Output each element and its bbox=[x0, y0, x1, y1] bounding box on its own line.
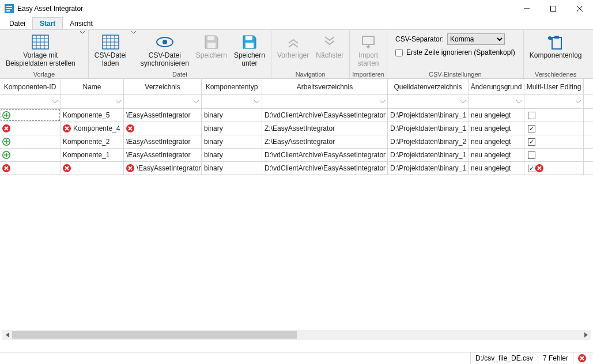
multiuser-checkbox[interactable] bbox=[528, 125, 535, 132]
vorlage-erstellen-button[interactable]: Vorlage mit Beispieldaten erstellen bbox=[2, 31, 79, 69]
ribbon-group-csv-label: CSV-Einstellungen bbox=[390, 70, 521, 78]
cell-quelldaten[interactable]: D:\Projektdaten\binary_1 bbox=[388, 162, 469, 175]
ribbon-group-importieren: Import starten Importieren bbox=[350, 30, 387, 78]
cell-name[interactable]: Komponente_4 bbox=[61, 122, 124, 135]
cell-arbeitsverzeichnis[interactable]: Z:\EasyAssetIntegrator bbox=[262, 135, 388, 148]
col-komponententyp[interactable]: Komponententyp bbox=[202, 79, 262, 94]
cell-arbeitsverzeichnis[interactable]: D:\vdClientArchive\EasyAssetIntegrator bbox=[262, 149, 388, 161]
filter-komponenten-id[interactable] bbox=[0, 95, 61, 108]
naechster-button[interactable]: Nächster bbox=[312, 31, 347, 61]
col-aenderungsgrund[interactable]: Änderungsgrund bbox=[469, 79, 524, 94]
csv-first-line-checkbox[interactable] bbox=[395, 49, 403, 56]
cell-aenderungsgrund[interactable]: neu angelegt bbox=[469, 122, 524, 135]
table-row[interactable]: \EasyAssetIntegratorbinaryD:\vdClientArc… bbox=[0, 162, 593, 175]
cell-komponententyp[interactable]: binary bbox=[202, 149, 262, 161]
cell-aenderungsgrund[interactable]: neu angelegt bbox=[469, 109, 524, 122]
import-starten-button[interactable]: Import starten bbox=[354, 31, 383, 69]
cell-komponenten-id[interactable] bbox=[0, 149, 61, 161]
filter-quelldaten[interactable] bbox=[388, 95, 469, 108]
csv-laden-dropdown[interactable] bbox=[130, 31, 137, 34]
cell-multiuser[interactable] bbox=[524, 109, 584, 122]
save-icon bbox=[204, 35, 219, 50]
cell-name[interactable]: Komponente_2 bbox=[61, 135, 124, 148]
cell-name[interactable]: Komponente_1 bbox=[61, 149, 124, 161]
cell-arbeitsverzeichnis[interactable]: D:\vdClientArchive\EasyAssetIntegrator bbox=[262, 109, 388, 122]
col-arbeitsverzeichnis[interactable]: Arbeitsverzeichnis bbox=[262, 79, 388, 94]
col-quelldaten[interactable]: Quelldatenverzeichnis bbox=[388, 79, 469, 94]
close-button[interactable] bbox=[566, 0, 593, 17]
scroll-right-button[interactable] bbox=[581, 330, 591, 340]
table-row[interactable]: Komponente_4binaryZ:\EasyAssetIntegrator… bbox=[0, 122, 593, 135]
speichern-unter-button[interactable]: Speichern unter bbox=[231, 31, 269, 69]
filter-name[interactable] bbox=[61, 95, 124, 108]
cell-arb-text: D:\vdClientArchive\EasyAssetIntegrator bbox=[265, 151, 386, 159]
cell-quelldaten[interactable]: D:\Projektdaten\binary_1 bbox=[388, 109, 469, 122]
col-name[interactable]: Name bbox=[61, 79, 124, 94]
cell-verzeichnis[interactable]: \EasyAssetIntegrator bbox=[124, 149, 202, 161]
vorheriger-button[interactable]: Vorheriger bbox=[274, 31, 312, 61]
cell-aenderungsgrund[interactable]: neu angelegt bbox=[469, 162, 524, 175]
cell-multiuser[interactable] bbox=[524, 162, 584, 175]
multiuser-checkbox[interactable] bbox=[528, 138, 535, 146]
csv-separator-select[interactable]: Komma bbox=[447, 33, 505, 45]
col-komponenten-id[interactable]: Komponenten-ID bbox=[0, 79, 61, 94]
cell-quelldaten[interactable]: D:\Projektdaten\binary_1 bbox=[388, 122, 469, 135]
cell-quell-text: D:\Projektdaten\binary_2 bbox=[390, 138, 466, 146]
error-icon bbox=[2, 164, 10, 172]
col-verzeichnis[interactable]: Verzeichnis bbox=[124, 79, 202, 94]
filter-multiuser[interactable] bbox=[524, 95, 584, 108]
cell-komponenten-id[interactable] bbox=[0, 109, 61, 122]
cell-komponententyp[interactable]: binary bbox=[202, 135, 262, 148]
minimize-button[interactable] bbox=[513, 0, 540, 17]
cell-komponententyp[interactable]: binary bbox=[202, 109, 262, 122]
cell-arbeitsverzeichnis[interactable]: Z:\EasyAssetIntegrator bbox=[262, 122, 388, 135]
chevron-down-icon bbox=[52, 100, 58, 104]
maximize-button[interactable] bbox=[540, 0, 566, 17]
col-multiuser[interactable]: Multi-User Editing bbox=[524, 79, 584, 94]
cell-verzeichnis[interactable]: \EasyAssetIntegrator bbox=[124, 162, 202, 175]
multiuser-checkbox[interactable] bbox=[528, 165, 535, 172]
filter-aenderungsgrund[interactable] bbox=[469, 95, 524, 108]
table-row[interactable]: Komponente_2\EasyAssetIntegratorbinaryZ:… bbox=[0, 135, 593, 149]
csv-laden-button[interactable]: CSV-Datei laden bbox=[91, 31, 130, 69]
filter-komponententyp[interactable] bbox=[202, 95, 262, 108]
cell-verzeichnis[interactable] bbox=[124, 122, 202, 135]
menu-start[interactable]: Start bbox=[32, 17, 63, 29]
scroll-track[interactable] bbox=[12, 330, 581, 340]
vorlage-dropdown[interactable] bbox=[79, 31, 86, 34]
cell-aenderungsgrund[interactable]: neu angelegt bbox=[469, 149, 524, 161]
cell-komponententyp[interactable]: binary bbox=[202, 122, 262, 135]
cell-arbeitsverzeichnis[interactable]: D:\vdClientArchive\EasyAssetIntegrator bbox=[262, 162, 388, 175]
cell-name[interactable]: Komponente_5 bbox=[61, 109, 124, 122]
cell-aenderungsgrund[interactable]: neu angelegt bbox=[469, 135, 524, 148]
cell-komponenten-id[interactable] bbox=[0, 135, 61, 148]
cell-quelldaten[interactable]: D:\Projektdaten\binary_1 bbox=[388, 149, 469, 161]
scroll-left-button[interactable] bbox=[2, 330, 12, 340]
filter-verzeichnis[interactable] bbox=[124, 95, 202, 108]
cell-name[interactable] bbox=[61, 162, 124, 175]
cell-quelldaten[interactable]: D:\Projektdaten\binary_2 bbox=[388, 135, 469, 148]
cell-komponenten-id[interactable] bbox=[0, 162, 61, 175]
cell-multiuser[interactable] bbox=[524, 149, 584, 161]
table-row[interactable]: Komponente_1\EasyAssetIntegratorbinaryD:… bbox=[0, 149, 593, 162]
cell-grund-text: neu angelegt bbox=[471, 151, 511, 159]
komponentenlog-button[interactable]: Komponentenlog bbox=[526, 31, 586, 61]
speichern-button[interactable]: Speichern bbox=[192, 31, 231, 61]
table-row[interactable]: Komponente_5\EasyAssetIntegratorbinaryD:… bbox=[0, 109, 593, 122]
multiuser-checkbox[interactable] bbox=[528, 112, 535, 119]
horizontal-scrollbar[interactable] bbox=[2, 330, 591, 340]
multiuser-checkbox[interactable] bbox=[528, 151, 535, 159]
cell-komponententyp[interactable]: binary bbox=[202, 162, 262, 175]
grid-icon bbox=[102, 35, 119, 50]
menu-ansicht[interactable]: Ansicht bbox=[63, 17, 99, 29]
cell-multiuser[interactable] bbox=[524, 135, 584, 148]
cell-verzeichnis[interactable]: \EasyAssetIntegrator bbox=[124, 109, 202, 122]
cell-komponenten-id[interactable] bbox=[0, 122, 61, 135]
cell-verzeichnis[interactable]: \EasyAssetIntegrator bbox=[124, 135, 202, 148]
ribbon-group-datei: CSV-Datei laden CSV-Datei synchronisiere… bbox=[89, 30, 271, 78]
cell-multiuser[interactable] bbox=[524, 122, 584, 135]
csv-sync-button[interactable]: CSV-Datei synchronisieren bbox=[137, 31, 192, 69]
filter-arbeitsverzeichnis[interactable] bbox=[262, 95, 388, 108]
scroll-thumb[interactable] bbox=[12, 331, 297, 339]
menu-datei[interactable]: Datei bbox=[2, 17, 32, 29]
